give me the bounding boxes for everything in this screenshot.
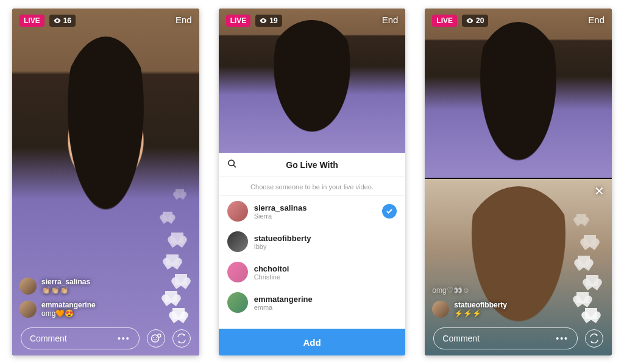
comment-item: emmatangerine omg🧡😍 <box>20 301 144 318</box>
avatar <box>227 231 248 252</box>
user-row[interactable]: statueofibberty Ibby <box>219 226 406 257</box>
eye-icon <box>466 18 473 24</box>
user-row[interactable]: sierra_salinas Sierra <box>219 196 406 226</box>
end-button[interactable]: End <box>176 15 192 25</box>
user-row[interactable]: chchoitoi Christine <box>219 257 406 287</box>
avatar <box>432 301 449 318</box>
eye-icon <box>54 18 61 24</box>
viewer-count-badge: 16 <box>49 15 76 27</box>
user-name: emma <box>254 304 397 311</box>
comment-placeholder: Comment <box>442 334 480 343</box>
switch-camera-button[interactable] <box>585 329 603 348</box>
viewer-count-badge: 20 <box>462 15 488 27</box>
selected-check-icon <box>382 204 397 219</box>
user-name: Ibby <box>254 243 397 250</box>
avatar <box>20 278 37 295</box>
comment-text: omg🧡😍 <box>41 309 96 318</box>
user-name: Sierra <box>254 212 377 220</box>
user-handle: emmatangerine <box>254 295 397 304</box>
flip-icon <box>589 333 600 344</box>
svg-point-4 <box>229 160 234 166</box>
live-stream-screen: LIVE 16 End sierra_salinas 👏🏼👏🏼👏🏼 e <box>12 9 199 355</box>
comment-item: omg♡👀☺ <box>432 286 557 295</box>
comment-username: statueofibberty <box>454 301 507 309</box>
close-guest-button[interactable]: ✕ <box>594 184 604 198</box>
user-handle: chchoitoi <box>254 264 397 273</box>
split-live-screen: ✕ LIVE 20 End omg♡👀☺ statueofibberty ⚡⚡⚡ <box>425 9 612 355</box>
comment-stream: sierra_salinas 👏🏼👏🏼👏🏼 emmatangerine omg🧡… <box>20 278 144 318</box>
go-live-with-panel: Go Live With Choose someone to be in you… <box>219 153 406 355</box>
switch-camera-button[interactable] <box>172 329 191 348</box>
comment-placeholder: Comment <box>30 334 67 343</box>
comment-text: ⚡⚡⚡ <box>454 309 507 318</box>
stream-header: LIVE 20 End <box>425 9 612 43</box>
user-name: Christine <box>254 273 397 281</box>
comment-text: omg♡👀☺ <box>432 286 470 295</box>
comment-stream: omg♡👀☺ statueofibberty ⚡⚡⚡ <box>432 286 557 318</box>
user-list: sierra_salinas Sierra statueofibberty Ib… <box>219 196 406 329</box>
live-badge: LIVE <box>226 15 251 27</box>
comment-text: 👏🏼👏🏼👏🏼 <box>41 286 90 295</box>
svg-point-1 <box>153 337 154 338</box>
user-handle: statueofibberty <box>254 234 397 243</box>
user-handle: sierra_salinas <box>254 203 377 212</box>
flip-icon <box>176 333 187 344</box>
eye-icon <box>260 18 267 24</box>
avatar <box>227 201 248 222</box>
comment-username: sierra_salinas <box>41 278 90 286</box>
panel-subtitle: Choose someone to be in your live video. <box>219 177 406 196</box>
comment-username: emmatangerine <box>41 301 96 309</box>
comment-input[interactable]: Comment ••• <box>433 327 578 349</box>
viewer-count-badge: 19 <box>255 15 282 27</box>
stream-footer: Comment ••• <box>425 321 612 355</box>
avatar <box>227 262 248 282</box>
svg-point-2 <box>156 337 157 338</box>
presenter-silhouette <box>57 37 154 238</box>
live-badge: LIVE <box>432 15 457 27</box>
more-icon[interactable]: ••• <box>556 334 569 343</box>
search-icon[interactable] <box>227 159 237 171</box>
smiley-icon <box>151 333 161 344</box>
comment-input[interactable]: Comment ••• <box>21 327 140 349</box>
user-row[interactable]: emmatangerine emma <box>219 287 406 318</box>
stream-header: LIVE 19 End <box>219 9 406 43</box>
avatar <box>227 292 248 313</box>
face-filter-button[interactable] <box>147 329 165 348</box>
stream-header: LIVE 16 End <box>12 9 199 43</box>
invite-guest-screen: LIVE 19 End Go Live With Choose someone … <box>219 9 406 355</box>
panel-title: Go Live With <box>226 160 399 170</box>
end-button[interactable]: End <box>588 15 604 25</box>
avatar <box>20 301 37 318</box>
comment-item: sierra_salinas 👏🏼👏🏼👏🏼 <box>20 278 144 295</box>
end-button[interactable]: End <box>382 15 399 25</box>
stream-footer: Comment ••• <box>12 321 199 355</box>
panel-header: Go Live With <box>219 153 406 177</box>
comment-item: statueofibberty ⚡⚡⚡ <box>432 301 557 318</box>
svg-line-5 <box>233 165 236 167</box>
more-icon[interactable]: ••• <box>118 334 130 343</box>
live-badge: LIVE <box>20 15 44 27</box>
add-button[interactable]: Add <box>219 329 406 355</box>
